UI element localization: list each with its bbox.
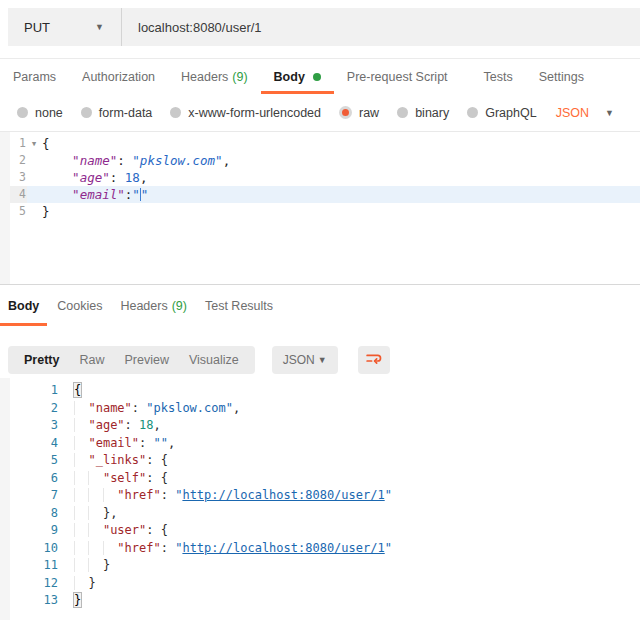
code-text: "user": { (74, 522, 640, 540)
response-body-viewer[interactable]: 1{2 "name": "pkslow.com",3 "age": 18,4 "… (0, 378, 640, 620)
code-text: "href": "http://localhost:8080/user/1" (74, 487, 640, 505)
body-modified-dot (313, 73, 321, 81)
wrap-lines-icon (365, 351, 382, 368)
code-text: "name": "pkslow.com", (42, 152, 640, 169)
code-line: 3 "age": 18, (0, 169, 640, 186)
response-panel: Body Cookies Headers(9) Test Results Pre… (0, 284, 640, 620)
code-line: 9 "user": { (0, 522, 640, 540)
fold-gutter (58, 592, 74, 610)
request-body-editor[interactable]: 1▾{2 "name": "pkslow.com",3 "age": 18,4 … (0, 132, 640, 284)
code-line: 5 "_links": { (0, 452, 640, 470)
tab-label: Cookies (57, 299, 102, 313)
mode-none[interactable]: none (17, 106, 63, 120)
tab-pre-request-script[interactable]: Pre-request Script (334, 59, 461, 94)
code-text: { (42, 135, 640, 152)
code-text: } (74, 557, 640, 575)
language-label: JSON (283, 353, 315, 367)
tab-label: Authorization (82, 70, 155, 84)
fold-gutter (58, 435, 74, 453)
code-text: "href": "http://localhost:8080/user/1" (74, 540, 640, 558)
mode-binary[interactable]: binary (397, 106, 449, 120)
radio-icon (17, 107, 28, 118)
radio-icon (397, 107, 408, 118)
code-line: 10 "href": "http://localhost:8080/user/1… (0, 540, 640, 558)
tab-params[interactable]: Params (0, 59, 69, 94)
tab-response-headers[interactable]: Headers(9) (112, 285, 195, 326)
mode-x-www-form-urlencoded[interactable]: x-www-form-urlencoded (170, 106, 321, 120)
fold-gutter (58, 417, 74, 435)
code-text: "email":"" (42, 186, 640, 203)
fold-gutter (26, 186, 42, 203)
code-line: 1{ (0, 382, 640, 400)
view-mode-switch: Pretty Raw Preview Visualize (8, 346, 255, 374)
view-preview[interactable]: Preview (114, 346, 178, 374)
raw-language-dropdown[interactable]: JSON ▼ (556, 106, 614, 120)
view-pretty[interactable]: Pretty (14, 346, 69, 374)
mode-label: binary (415, 106, 449, 120)
viewer-gutter-strip (0, 378, 10, 620)
chevron-down-icon: ▼ (318, 355, 327, 365)
tab-label: Tests (484, 70, 513, 84)
mode-label: GraphQL (485, 106, 536, 120)
fold-gutter (58, 540, 74, 558)
tab-label: Settings (539, 70, 584, 84)
tab-label: Headers (181, 70, 228, 84)
response-tabs: Body Cookies Headers(9) Test Results (0, 285, 640, 326)
code-text: } (42, 203, 640, 220)
tab-tests[interactable]: Tests (471, 59, 526, 94)
fold-gutter (58, 452, 74, 470)
view-label: Visualize (189, 353, 239, 367)
tab-authorization[interactable]: Authorization (69, 59, 168, 94)
response-language-dropdown[interactable]: JSON ▼ (272, 346, 338, 374)
fold-gutter (58, 505, 74, 523)
code-line: 4 "email": "", (0, 435, 640, 453)
mode-raw[interactable]: raw (339, 106, 379, 120)
tab-label: Headers (120, 299, 167, 313)
method-dropdown[interactable]: PUT ▼ (8, 8, 122, 46)
tab-test-results[interactable]: Test Results (197, 285, 281, 326)
tab-response-body[interactable]: Body (0, 285, 47, 326)
tab-settings[interactable]: Settings (526, 59, 597, 94)
mode-form-data[interactable]: form-data (81, 106, 153, 120)
headers-count: (9) (232, 70, 247, 84)
body-mode-row: none form-data x-www-form-urlencoded raw… (0, 94, 640, 132)
fold-arrow-icon[interactable]: ▾ (26, 135, 42, 152)
fold-gutter (58, 470, 74, 488)
mode-label: none (35, 106, 63, 120)
code-text: } (74, 592, 640, 610)
fold-gutter (58, 400, 74, 418)
mode-graphql[interactable]: GraphQL (467, 106, 536, 120)
fold-gutter (26, 152, 42, 169)
fold-gutter (58, 487, 74, 505)
fold-gutter (58, 382, 74, 400)
view-raw[interactable]: Raw (69, 346, 114, 374)
radio-icon (81, 107, 92, 118)
fold-gutter (26, 203, 42, 220)
tab-label: Pre-request Script (347, 70, 448, 84)
radio-icon (170, 107, 181, 118)
code-line: 6 "self": { (0, 470, 640, 488)
mode-label: x-www-form-urlencoded (188, 106, 321, 120)
code-line: 12 } (0, 575, 640, 593)
view-label: Pretty (24, 353, 59, 367)
code-text: }, (74, 505, 640, 523)
request-url-bar: PUT ▼ localhost:8080/user/1 (8, 8, 640, 46)
tab-headers[interactable]: Headers(9) (168, 59, 261, 94)
raw-language-label: JSON (556, 106, 589, 120)
url-input[interactable]: localhost:8080/user/1 (122, 8, 640, 46)
radio-icon (467, 107, 478, 118)
code-line: 13} (0, 592, 640, 610)
code-line: 2 "name": "pkslow.com", (0, 400, 640, 418)
wrap-lines-button[interactable] (358, 346, 390, 374)
editor-gutter-strip (0, 132, 10, 284)
fold-gutter (26, 169, 42, 186)
code-text: "self": { (74, 470, 640, 488)
view-visualize[interactable]: Visualize (179, 346, 249, 374)
response-toolbar: Pretty Raw Preview Visualize JSON ▼ (0, 326, 640, 378)
code-line: 5} (0, 203, 640, 220)
tab-cookies[interactable]: Cookies (49, 285, 110, 326)
tab-body[interactable]: Body (261, 59, 334, 94)
code-line: 3 "age": 18, (0, 417, 640, 435)
mode-label: raw (359, 106, 379, 120)
radio-selected-icon (339, 106, 352, 119)
